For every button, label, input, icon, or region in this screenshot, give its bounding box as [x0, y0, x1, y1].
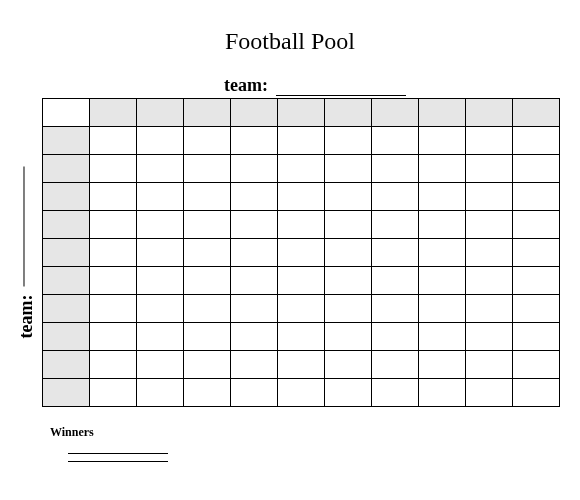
pool-cell[interactable] — [325, 211, 372, 239]
pool-cell[interactable] — [372, 155, 419, 183]
pool-cell[interactable] — [90, 211, 137, 239]
pool-cell[interactable] — [184, 267, 231, 295]
pool-cell[interactable] — [466, 99, 513, 127]
pool-cell[interactable] — [137, 351, 184, 379]
pool-cell[interactable] — [513, 183, 560, 211]
pool-cell[interactable] — [43, 295, 90, 323]
top-team-input-line[interactable] — [276, 80, 406, 96]
pool-cell[interactable] — [325, 267, 372, 295]
pool-cell[interactable] — [419, 155, 466, 183]
pool-cell[interactable] — [90, 155, 137, 183]
pool-cell[interactable] — [513, 239, 560, 267]
pool-cell[interactable] — [90, 379, 137, 407]
pool-cell[interactable] — [90, 351, 137, 379]
pool-cell[interactable] — [43, 239, 90, 267]
pool-cell[interactable] — [325, 295, 372, 323]
pool-cell[interactable] — [513, 323, 560, 351]
pool-cell[interactable] — [325, 351, 372, 379]
pool-cell[interactable] — [419, 127, 466, 155]
pool-cell[interactable] — [137, 211, 184, 239]
pool-cell[interactable] — [325, 239, 372, 267]
pool-cell[interactable] — [90, 295, 137, 323]
winner-line-1[interactable] — [68, 446, 168, 454]
pool-cell[interactable] — [184, 295, 231, 323]
pool-cell[interactable] — [184, 211, 231, 239]
pool-cell[interactable] — [372, 211, 419, 239]
pool-cell[interactable] — [231, 239, 278, 267]
pool-cell[interactable] — [137, 127, 184, 155]
pool-cell[interactable] — [90, 183, 137, 211]
pool-cell[interactable] — [372, 267, 419, 295]
pool-cell[interactable] — [278, 183, 325, 211]
pool-cell[interactable] — [43, 267, 90, 295]
pool-cell[interactable] — [43, 211, 90, 239]
pool-cell[interactable] — [466, 323, 513, 351]
pool-cell[interactable] — [137, 183, 184, 211]
pool-cell[interactable] — [372, 183, 419, 211]
pool-cell[interactable] — [325, 183, 372, 211]
pool-cell[interactable] — [278, 379, 325, 407]
pool-cell[interactable] — [466, 155, 513, 183]
pool-cell[interactable] — [90, 99, 137, 127]
pool-cell[interactable] — [231, 323, 278, 351]
pool-cell[interactable] — [231, 379, 278, 407]
pool-cell[interactable] — [184, 99, 231, 127]
pool-cell[interactable] — [231, 99, 278, 127]
pool-cell[interactable] — [513, 351, 560, 379]
pool-cell[interactable] — [466, 127, 513, 155]
pool-cell[interactable] — [419, 239, 466, 267]
pool-cell[interactable] — [466, 267, 513, 295]
pool-cell[interactable] — [325, 155, 372, 183]
pool-cell[interactable] — [278, 351, 325, 379]
pool-cell[interactable] — [43, 323, 90, 351]
pool-cell[interactable] — [325, 379, 372, 407]
pool-cell[interactable] — [137, 267, 184, 295]
pool-cell[interactable] — [419, 351, 466, 379]
pool-cell[interactable] — [419, 323, 466, 351]
pool-cell[interactable] — [419, 267, 466, 295]
pool-cell[interactable] — [137, 379, 184, 407]
pool-cell[interactable] — [372, 127, 419, 155]
pool-cell[interactable] — [43, 183, 90, 211]
pool-cell[interactable] — [231, 351, 278, 379]
pool-cell[interactable] — [137, 295, 184, 323]
pool-cell[interactable] — [137, 155, 184, 183]
pool-cell[interactable] — [372, 239, 419, 267]
pool-cell[interactable] — [466, 295, 513, 323]
pool-cell[interactable] — [513, 99, 560, 127]
pool-cell[interactable] — [513, 127, 560, 155]
pool-cell[interactable] — [184, 379, 231, 407]
pool-cell[interactable] — [372, 351, 419, 379]
pool-cell[interactable] — [513, 155, 560, 183]
pool-cell[interactable] — [43, 127, 90, 155]
pool-cell[interactable] — [466, 351, 513, 379]
side-team-input-line[interactable] — [24, 167, 25, 287]
pool-cell[interactable] — [90, 267, 137, 295]
pool-cell[interactable] — [137, 323, 184, 351]
pool-cell[interactable] — [184, 323, 231, 351]
pool-cell[interactable] — [466, 239, 513, 267]
pool-cell[interactable] — [278, 127, 325, 155]
pool-cell[interactable] — [419, 379, 466, 407]
pool-cell[interactable] — [278, 295, 325, 323]
pool-cell[interactable] — [278, 155, 325, 183]
pool-cell[interactable] — [231, 295, 278, 323]
pool-cell[interactable] — [466, 379, 513, 407]
pool-cell[interactable] — [513, 211, 560, 239]
pool-cell[interactable] — [231, 267, 278, 295]
pool-cell[interactable] — [184, 127, 231, 155]
pool-cell[interactable] — [325, 99, 372, 127]
pool-cell[interactable] — [231, 183, 278, 211]
pool-cell[interactable] — [419, 211, 466, 239]
winner-line-2[interactable] — [68, 454, 168, 462]
pool-cell[interactable] — [278, 211, 325, 239]
pool-cell[interactable] — [466, 211, 513, 239]
pool-cell[interactable] — [278, 323, 325, 351]
pool-cell[interactable] — [278, 267, 325, 295]
pool-cell[interactable] — [466, 183, 513, 211]
pool-cell[interactable] — [43, 99, 90, 127]
pool-cell[interactable] — [184, 183, 231, 211]
pool-cell[interactable] — [325, 323, 372, 351]
pool-cell[interactable] — [278, 99, 325, 127]
pool-cell[interactable] — [325, 127, 372, 155]
